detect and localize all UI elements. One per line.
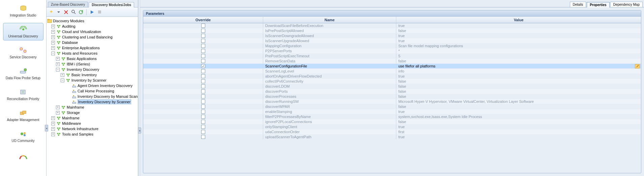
splitter-grip-icon[interactable]: ◂ bbox=[138, 127, 141, 134]
expand-toggle-icon[interactable]: + bbox=[51, 116, 55, 120]
tree-node[interactable]: +Basic Applications bbox=[47, 56, 137, 61]
table-row[interactable]: MappingConfigurationScan file model mapp… bbox=[143, 43, 641, 49]
table-row[interactable]: ScannerConfigurationFileuse file for all… bbox=[143, 64, 641, 69]
expand-toggle-icon[interactable]: + bbox=[51, 133, 55, 136]
discovery-modules-tree[interactable]: Discovery Modules +Auditing+Cloud and Vi… bbox=[47, 17, 138, 176]
override-checkbox[interactable] bbox=[201, 49, 205, 53]
cell-override[interactable] bbox=[143, 79, 263, 84]
expand-toggle-icon[interactable]: + bbox=[56, 57, 60, 61]
tab-details[interactable]: Details bbox=[570, 2, 586, 7]
delete-icon[interactable] bbox=[63, 9, 69, 15]
expand-toggle-icon[interactable]: + bbox=[56, 62, 60, 66]
refresh-icon[interactable] bbox=[78, 9, 84, 15]
override-checkbox[interactable] bbox=[201, 99, 205, 104]
expand-toggle-icon[interactable]: − bbox=[51, 52, 55, 55]
cell-value[interactable]: info bbox=[396, 69, 641, 74]
override-checkbox[interactable] bbox=[201, 34, 205, 38]
table-row[interactable]: discoverRunningSWMicrosoft Hyper-V Hyper… bbox=[143, 99, 641, 104]
new-icon[interactable] bbox=[49, 9, 54, 15]
expand-toggle-icon[interactable]: − bbox=[61, 79, 64, 82]
tree-node[interactable]: Agent Driven Inventory Discovery bbox=[47, 83, 137, 88]
expand-toggle-icon[interactable]: + bbox=[51, 25, 55, 28]
play-icon[interactable] bbox=[89, 9, 95, 15]
table-row[interactable]: abortOnAgentDrivenFlowDetectedtrue bbox=[143, 74, 641, 79]
vertical-splitter[interactable]: ◂ bbox=[138, 0, 140, 176]
tree-node[interactable]: +IBM i (iSeries) bbox=[47, 61, 137, 67]
table-row[interactable]: IsPrePostScriptAllowedfalse bbox=[143, 28, 641, 33]
tree-node[interactable]: −Hosts and Resources bbox=[47, 51, 137, 56]
table-row[interactable]: discoverProcessesfalse bbox=[143, 94, 641, 99]
cell-value[interactable]: false bbox=[396, 79, 641, 84]
expand-toggle-icon[interactable]: + bbox=[51, 46, 55, 50]
table-row[interactable]: RemoveScanDatafalse bbox=[143, 59, 641, 64]
tree-node[interactable]: +Tools and Samples bbox=[47, 131, 137, 137]
sidebar-item-reconciliation-priority[interactable]: Reconciliation Priority bbox=[3, 86, 43, 103]
grid-body[interactable]: DownloadScanFileBeforeExecutiontrueIsPre… bbox=[143, 23, 641, 173]
cell-value[interactable]: false bbox=[396, 89, 641, 94]
cell-override[interactable] bbox=[143, 54, 263, 58]
tree-node[interactable]: +Mainframe bbox=[47, 115, 137, 121]
expand-toggle-icon[interactable]: + bbox=[51, 127, 55, 131]
cell-value[interactable]: * bbox=[396, 49, 641, 53]
cell-override[interactable] bbox=[143, 59, 263, 63]
tree-node[interactable]: +Middleware bbox=[47, 121, 137, 126]
tree-node[interactable]: +Storage bbox=[47, 110, 137, 115]
cell-override[interactable] bbox=[143, 23, 263, 28]
cell-override[interactable] bbox=[143, 124, 263, 129]
cell-override[interactable] bbox=[143, 135, 263, 139]
override-checkbox[interactable] bbox=[201, 125, 205, 129]
cell-override[interactable] bbox=[143, 74, 263, 79]
cell-value[interactable]: false bbox=[396, 104, 641, 109]
sidebar-item-data-flow-probe-setup[interactable]: Data Flow Probe Setup bbox=[3, 65, 43, 82]
tab-dependency-map[interactable]: Dependency Map bbox=[610, 2, 643, 7]
sidebar-item-service-discovery[interactable]: Service Discovery bbox=[3, 44, 43, 61]
expand-toggle-icon[interactable]: + bbox=[51, 35, 55, 39]
table-row[interactable]: udaConnectionOrderfirst bbox=[143, 129, 641, 135]
expand-toggle-icon[interactable]: + bbox=[51, 30, 55, 34]
cell-override[interactable] bbox=[143, 109, 263, 114]
column-header-override[interactable]: Override bbox=[143, 17, 263, 23]
sidebar-item-integration-studio[interactable]: Integration Studio bbox=[3, 2, 43, 20]
cell-value[interactable]: true bbox=[396, 38, 641, 43]
table-row[interactable]: filterP2PProcessesByNamesystem,svchost.e… bbox=[143, 114, 641, 119]
override-checkbox[interactable] bbox=[201, 110, 205, 114]
cell-value[interactable]: true bbox=[396, 23, 641, 28]
tree-node[interactable]: +Auditing bbox=[47, 24, 137, 29]
sidebar-item-adapter-management[interactable]: Adapter Management bbox=[3, 107, 43, 124]
expand-toggle-icon[interactable]: + bbox=[56, 111, 60, 115]
table-row[interactable]: discoverWPARfalse bbox=[143, 104, 641, 109]
cell-override[interactable] bbox=[143, 69, 263, 74]
cell-value[interactable]: true bbox=[396, 124, 641, 129]
override-checkbox[interactable] bbox=[201, 24, 205, 28]
cell-override[interactable] bbox=[143, 129, 263, 134]
tree-node[interactable]: +Basic Inventory bbox=[47, 72, 137, 78]
table-row[interactable]: PrePostScriptExecTimeout5 bbox=[143, 54, 641, 59]
cell-value[interactable]: 5 bbox=[396, 54, 641, 58]
cell-override[interactable] bbox=[143, 89, 263, 94]
tree-node[interactable]: Inventory Discovery by Manual Scanne bbox=[47, 94, 137, 99]
cell-value[interactable]: false bbox=[396, 59, 641, 63]
override-checkbox[interactable] bbox=[201, 74, 205, 78]
sidebar-item-ud-community[interactable]: UD Community bbox=[3, 127, 43, 145]
override-checkbox[interactable] bbox=[201, 64, 205, 68]
override-checkbox[interactable] bbox=[201, 39, 205, 43]
expand-toggle-icon[interactable]: + bbox=[56, 106, 60, 109]
table-row[interactable]: collectIPv6Connectivityfalse bbox=[143, 79, 641, 84]
expand-toggle-icon[interactable]: + bbox=[51, 41, 55, 45]
cell-override[interactable] bbox=[143, 38, 263, 43]
override-checkbox[interactable] bbox=[201, 44, 205, 48]
stop-icon[interactable] bbox=[97, 9, 102, 15]
tab-discovery-modules-jobs[interactable]: Discovery Modules/Jobs bbox=[89, 2, 134, 7]
edit-pencil-icon[interactable] bbox=[635, 64, 640, 68]
tree-node[interactable]: +Cloud and Virtualization bbox=[47, 29, 137, 34]
table-row[interactable]: ScannerLogLevelinfo bbox=[143, 69, 641, 74]
cell-value[interactable]: use file for all platforms bbox=[396, 64, 641, 68]
cell-value[interactable]: first bbox=[396, 129, 641, 134]
table-row[interactable]: ignoreP2PLocalConnectionsfalse bbox=[143, 119, 641, 124]
cell-override[interactable] bbox=[143, 114, 263, 119]
tab-properties[interactable]: Properties bbox=[587, 2, 609, 7]
table-row[interactable]: IsScannerDowngradeAllowedtrue bbox=[143, 33, 641, 38]
override-checkbox[interactable] bbox=[201, 130, 205, 134]
tree-node[interactable]: Inventory Discovery by Scanner bbox=[47, 99, 137, 105]
override-checkbox[interactable] bbox=[201, 84, 205, 88]
